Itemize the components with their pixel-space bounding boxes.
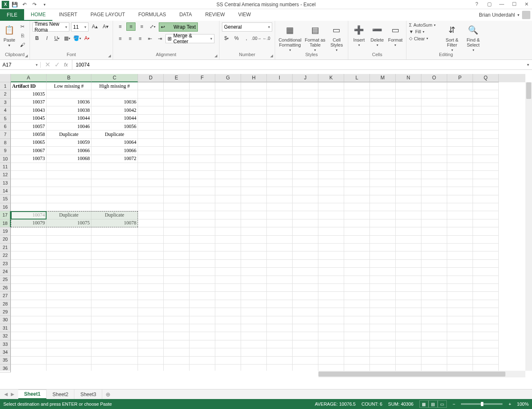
cell-L10[interactable]: [344, 155, 370, 163]
cell-J18[interactable]: [293, 219, 318, 227]
cell-L19[interactable]: [344, 227, 370, 235]
cell-P25[interactable]: [447, 276, 473, 284]
cell-L36[interactable]: [344, 365, 370, 371]
cell-D18[interactable]: [138, 219, 164, 227]
row-header-19[interactable]: 19: [0, 227, 11, 235]
cell-G5[interactable]: [215, 115, 241, 123]
cell-F21[interactable]: [190, 244, 215, 251]
cell-G4[interactable]: [215, 106, 241, 114]
cell-E16[interactable]: [164, 203, 190, 211]
cell-L2[interactable]: [344, 90, 370, 98]
cell-B27[interactable]: [47, 292, 91, 300]
cell-G13[interactable]: [215, 179, 241, 187]
row-header-1[interactable]: 1: [0, 82, 11, 90]
cell-A3[interactable]: 10037: [11, 99, 47, 106]
row-header-35[interactable]: 35: [0, 356, 11, 364]
cell-A24[interactable]: [11, 268, 47, 276]
copy-button[interactable]: ⎘: [18, 32, 27, 40]
cell-J26[interactable]: [293, 284, 318, 292]
cell-B16[interactable]: [47, 203, 91, 211]
cell-Q9[interactable]: [473, 147, 499, 155]
cell-P28[interactable]: [447, 300, 473, 308]
cell-F2[interactable]: [190, 90, 215, 98]
percent-format-button[interactable]: %: [232, 34, 241, 42]
cell-Q33[interactable]: [473, 340, 499, 348]
cell-H7[interactable]: [241, 131, 267, 138]
cell-I10[interactable]: [267, 155, 293, 163]
zoom-level[interactable]: 100%: [517, 402, 529, 407]
cell-H10[interactable]: [241, 155, 267, 163]
cell-C26[interactable]: [91, 284, 138, 292]
cell-H18[interactable]: [241, 219, 267, 227]
cell-K4[interactable]: [318, 106, 344, 114]
cell-D11[interactable]: [138, 163, 164, 171]
cell-O4[interactable]: [421, 106, 447, 114]
zoom-slider[interactable]: [461, 403, 502, 405]
cell-B13[interactable]: [47, 179, 91, 187]
autosum-button[interactable]: ΣAutoSum▾: [409, 22, 441, 27]
cell-D10[interactable]: [138, 155, 164, 163]
cell-E15[interactable]: [164, 195, 190, 203]
cell-N17[interactable]: [396, 211, 421, 219]
cell-G35[interactable]: [215, 357, 241, 365]
align-left-button[interactable]: ≡: [116, 34, 125, 43]
cell-M4[interactable]: [370, 106, 396, 114]
cell-G30[interactable]: [215, 316, 241, 324]
cell-J35[interactable]: [293, 357, 318, 365]
cell-G34[interactable]: [215, 348, 241, 356]
accounting-format-button[interactable]: $▾: [222, 34, 231, 42]
find-select-button[interactable]: 🔍Find & Select▾: [463, 22, 483, 52]
cell-B6[interactable]: 10046: [47, 123, 91, 131]
cell-D23[interactable]: [138, 260, 164, 268]
paste-button[interactable]: 📋 Paste ▾: [2, 22, 16, 47]
font-dialog-launcher[interactable]: ◢: [107, 54, 112, 59]
cell-I6[interactable]: [267, 123, 293, 131]
cell-N26[interactable]: [396, 284, 421, 292]
cell-M17[interactable]: [370, 211, 396, 219]
cell-G32[interactable]: [215, 332, 241, 340]
cell-H27[interactable]: [241, 292, 267, 300]
cell-H30[interactable]: [241, 316, 267, 324]
row-header-22[interactable]: 22: [0, 251, 11, 259]
cell-G23[interactable]: [215, 260, 241, 268]
cell-B28[interactable]: [47, 300, 91, 308]
cell-K6[interactable]: [318, 123, 344, 131]
cell-E33[interactable]: [164, 340, 190, 348]
cell-L27[interactable]: [344, 292, 370, 300]
cell-P21[interactable]: [447, 244, 473, 251]
cell-J12[interactable]: [293, 171, 318, 179]
cell-J16[interactable]: [293, 203, 318, 211]
cell-J8[interactable]: [293, 139, 318, 147]
cell-C15[interactable]: [91, 195, 138, 203]
cell-F5[interactable]: [190, 115, 215, 123]
cell-C22[interactable]: [91, 251, 138, 259]
row-header-15[interactable]: 15: [0, 195, 11, 203]
tab-home[interactable]: HOME: [24, 9, 52, 21]
column-header-A[interactable]: A: [11, 74, 47, 82]
row-header-8[interactable]: 8: [0, 139, 11, 147]
cell-O5[interactable]: [421, 115, 447, 123]
cells-area[interactable]: Artifact ID10035100371004310045100571005…: [11, 82, 525, 371]
border-button[interactable]: ▦▾: [62, 34, 71, 42]
cell-J20[interactable]: [293, 236, 318, 244]
cell-M15[interactable]: [370, 195, 396, 203]
cell-B31[interactable]: [47, 324, 91, 332]
cell-H25[interactable]: [241, 276, 267, 284]
cell-P17[interactable]: [447, 211, 473, 219]
cell-C4[interactable]: 10042: [91, 106, 138, 114]
cell-J31[interactable]: [293, 324, 318, 332]
cell-B15[interactable]: [47, 195, 91, 203]
cell-B21[interactable]: [47, 244, 91, 251]
cell-J15[interactable]: [293, 195, 318, 203]
cell-I18[interactable]: [267, 219, 293, 227]
cell-M5[interactable]: [370, 115, 396, 123]
cell-C33[interactable]: [91, 340, 138, 348]
cell-J4[interactable]: [293, 106, 318, 114]
cell-N11[interactable]: [396, 163, 421, 171]
cell-I11[interactable]: [267, 163, 293, 171]
cell-N2[interactable]: [396, 90, 421, 98]
column-header-L[interactable]: L: [344, 74, 370, 82]
cell-G22[interactable]: [215, 251, 241, 259]
cell-L28[interactable]: [344, 300, 370, 308]
cell-C13[interactable]: [91, 179, 138, 187]
